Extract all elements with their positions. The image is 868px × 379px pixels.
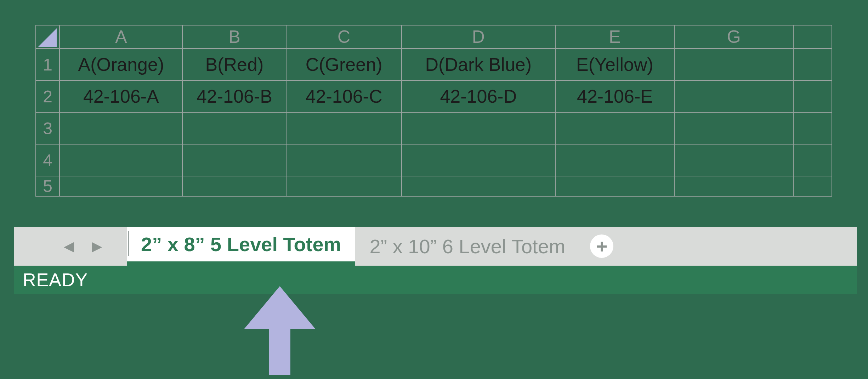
row-2[interactable]: 2 42-106-A 42-106-B 42-106-C 42-106-D 42… — [36, 80, 832, 112]
col-header-E[interactable]: E — [555, 25, 674, 49]
cell-E1[interactable]: E(Yellow) — [555, 49, 674, 80]
row-header-1[interactable]: 1 — [36, 49, 59, 80]
col-header-A[interactable]: A — [59, 25, 182, 49]
cell-E4[interactable] — [555, 144, 674, 176]
cell-B2[interactable]: 42-106-B — [182, 80, 286, 112]
sheet-tab-active-label: 2” x 8” 5 Level Totem — [141, 233, 341, 256]
cell-C2[interactable]: 42-106-C — [286, 80, 401, 112]
row-header-2[interactable]: 2 — [36, 80, 59, 112]
cell-H5[interactable] — [793, 176, 832, 196]
cell-C5[interactable] — [286, 176, 401, 196]
cell-E2[interactable]: 42-106-E — [555, 80, 674, 112]
row-header-4[interactable]: 4 — [36, 144, 59, 176]
cell-B4[interactable] — [182, 144, 286, 176]
cell-A3[interactable] — [59, 112, 182, 144]
status-bar: READY — [14, 266, 857, 294]
cell-G3[interactable] — [674, 112, 793, 144]
status-text: READY — [23, 269, 88, 290]
cell-D4[interactable] — [402, 144, 555, 176]
sheet-tab-bar: ◀ ▶ 2” x 8” 5 Level Totem 2” x 10” 6 Lev… — [14, 227, 857, 266]
row-5[interactable]: 5 — [36, 176, 832, 196]
cell-G5[interactable] — [674, 176, 793, 196]
svg-marker-0 — [38, 28, 57, 47]
svg-marker-1 — [244, 286, 315, 375]
cell-H3[interactable] — [793, 112, 832, 144]
cell-C1[interactable]: C(Green) — [286, 49, 401, 80]
sheet-tab-inactive[interactable]: 2” x 10” 6 Level Totem — [355, 227, 579, 266]
cell-A5[interactable] — [59, 176, 182, 196]
plus-icon: + — [590, 234, 613, 258]
cell-D5[interactable] — [402, 176, 555, 196]
cell-A4[interactable] — [59, 144, 182, 176]
cell-G1[interactable] — [674, 49, 793, 80]
row-3[interactable]: 3 — [36, 112, 832, 144]
cell-H4[interactable] — [793, 144, 832, 176]
select-all-corner[interactable] — [36, 25, 59, 49]
cell-H1[interactable] — [793, 49, 832, 80]
row-1[interactable]: 1 A(Orange) B(Red) C(Green) D(Dark Blue)… — [36, 49, 832, 80]
col-header-B[interactable]: B — [182, 25, 286, 49]
add-sheet-button[interactable]: + — [579, 227, 624, 266]
sheet-tab-active[interactable]: 2” x 8” 5 Level Totem — [127, 227, 355, 266]
cell-C3[interactable] — [286, 112, 401, 144]
cell-C4[interactable] — [286, 144, 401, 176]
cell-G4[interactable] — [674, 144, 793, 176]
tab-scroll-left-icon[interactable]: ◀ — [64, 238, 74, 254]
cell-E3[interactable] — [555, 112, 674, 144]
cell-E5[interactable] — [555, 176, 674, 196]
cell-B1[interactable]: B(Red) — [182, 49, 286, 80]
row-header-5[interactable]: 5 — [36, 176, 59, 196]
col-header-last[interactable] — [793, 25, 832, 49]
cell-H2[interactable] — [793, 80, 832, 112]
row-4[interactable]: 4 — [36, 144, 832, 176]
col-header-D[interactable]: D — [402, 25, 555, 49]
col-header-G[interactable]: G — [674, 25, 793, 49]
cell-B3[interactable] — [182, 112, 286, 144]
tab-scroll-right-icon[interactable]: ▶ — [92, 238, 102, 254]
cell-D3[interactable] — [402, 112, 555, 144]
spreadsheet-grid[interactable]: A B C D E G 1 A(Orange) B(Red) C(Green) … — [35, 25, 832, 197]
annotation-arrow-icon — [244, 286, 315, 376]
cell-D2[interactable]: 42-106-D — [402, 80, 555, 112]
col-header-C[interactable]: C — [286, 25, 401, 49]
cell-A2[interactable]: 42-106-A — [59, 80, 182, 112]
cell-G2[interactable] — [674, 80, 793, 112]
sheet-tab-inactive-label: 2” x 10” 6 Level Totem — [369, 235, 565, 258]
cell-B5[interactable] — [182, 176, 286, 196]
row-header-3[interactable]: 3 — [36, 112, 59, 144]
cell-A1[interactable]: A(Orange) — [59, 49, 182, 80]
cell-D1[interactable]: D(Dark Blue) — [402, 49, 555, 80]
